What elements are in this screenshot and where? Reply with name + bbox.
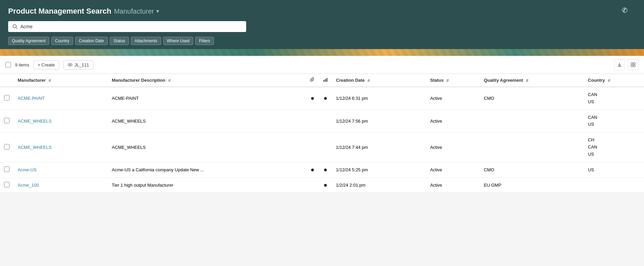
bookmark-icon[interactable]: ✆ (622, 6, 628, 14)
download-button[interactable] (614, 59, 625, 70)
search-value[interactable]: Acme (20, 24, 33, 29)
search-bar: Acme (8, 21, 246, 32)
row-checkbox-3[interactable] (0, 162, 14, 178)
table-row: ACME-PAINTACME-PAINT1/12/24 6:31 pmActiv… (0, 87, 644, 110)
filter-chip-creation-date[interactable]: Creation Date (75, 37, 108, 45)
filter-chip-where-used[interactable]: Where Used (163, 37, 193, 45)
country-cell-4 (584, 178, 644, 193)
svg-rect-6 (631, 65, 633, 67)
quality-cell-0: CMO (480, 87, 584, 110)
col-header-attach2 (319, 74, 332, 87)
dot-icon (324, 169, 327, 171)
dot-icon (324, 97, 327, 100)
status-cell-3: Active (426, 162, 480, 178)
sort-icon-status: ⇵ (446, 79, 449, 82)
country-cell-0: CANUS (584, 87, 644, 110)
filter-chip-quality-agreement[interactable]: Quality Agreement (8, 37, 49, 45)
svg-rect-5 (633, 63, 635, 64)
select-all-checkbox[interactable] (5, 62, 11, 67)
svg-rect-4 (631, 63, 633, 64)
table-row: ACME_WHEELSACME_WHEELS1/12/24 7:44 pmAct… (0, 132, 644, 162)
attach1-cell-0 (306, 87, 319, 110)
manufacturer-cell-1: ACME_WHEELS (14, 110, 108, 132)
create-button[interactable]: + Create (33, 60, 59, 69)
row-checkbox-0[interactable] (0, 87, 14, 110)
col-header-creation-date[interactable]: Creation Date ⇵ (332, 74, 426, 87)
col-header-status[interactable]: Status ⇵ (426, 74, 480, 87)
attach2-cell-0 (319, 87, 332, 110)
row-checkbox-1[interactable] (0, 110, 14, 132)
quality-cell-4: EU GMP (480, 178, 584, 193)
date-cell-3: 1/12/24 5:25 pm (332, 162, 426, 178)
search-icon (12, 24, 18, 29)
country-cell-2: CHCANUS (584, 132, 644, 162)
filter-chip-attachments[interactable]: Attachments (131, 37, 161, 45)
manufacturer-link-3[interactable]: Acme-US (18, 167, 37, 172)
svg-line-1 (16, 28, 17, 29)
manufacturer-link-4[interactable]: Acme_100 (18, 183, 39, 188)
download-icon (617, 62, 622, 67)
view-label: JL_111 (74, 62, 89, 67)
status-cell-1: Active (426, 110, 480, 132)
sort-icon-date: ⇵ (367, 79, 370, 82)
svg-rect-9 (325, 79, 326, 82)
col-header-country[interactable]: Country ⇵ (584, 74, 644, 87)
decorative-banner (0, 49, 644, 56)
toolbar: 9 items + Create JL_111 (0, 56, 644, 74)
filter-bar: Quality AgreementCountryCreation DateSta… (8, 37, 636, 49)
country-cell-1: CANUS (584, 110, 644, 132)
sort-icon-quality: ⇵ (526, 79, 528, 82)
filter-chip-filters[interactable]: Filters (195, 37, 214, 45)
row-checkbox-4[interactable] (0, 178, 14, 193)
sort-icon-manufacturer: ⇵ (48, 79, 51, 82)
description-cell-3: Acme-US a California company Update New … (108, 162, 306, 178)
header: Product Management Search Manufacturer ▼… (0, 0, 644, 49)
chevron-down-icon: ▼ (155, 9, 160, 14)
attach1-cell-3 (306, 162, 319, 178)
manufacturer-cell-2: ACME_WHEELS (14, 132, 108, 162)
manufacturer-cell-4: Acme_100 (14, 178, 108, 193)
grid-icon (631, 62, 635, 67)
attach2-cell-4 (319, 178, 332, 193)
toolbar-actions (614, 59, 639, 70)
quality-cell-3: CMO (480, 162, 584, 178)
paperclip-icon (310, 77, 315, 82)
manufacturer-link-2[interactable]: ACME_WHEELS (18, 145, 52, 150)
results-table: Manufacturer ⇵ Manufacturer Description … (0, 74, 644, 193)
description-cell-1: ACME_WHEELS (108, 110, 306, 132)
dot-icon (324, 184, 327, 187)
col-header-quality-agreement[interactable]: Quality Agreement ⇵ (480, 74, 584, 87)
manufacturer-cell-3: Acme-US (14, 162, 108, 178)
attach2-cell-3 (319, 162, 332, 178)
grid-view-button[interactable] (628, 59, 639, 70)
col-header-attach1 (306, 74, 319, 87)
country-value-2: CHCANUS (588, 137, 640, 158)
view-button[interactable]: JL_111 (63, 60, 94, 69)
col-header-checkbox (0, 74, 14, 87)
sort-icon-country: ⇵ (608, 79, 610, 82)
quality-cell-1 (480, 110, 584, 132)
description-cell-4: Tier 1 high output Manufacturer (108, 178, 306, 193)
row-checkbox-2[interactable] (0, 132, 14, 162)
svg-rect-10 (326, 78, 327, 82)
svg-rect-8 (323, 80, 324, 82)
attach2-cell-2 (319, 132, 332, 162)
eye-icon (68, 62, 72, 67)
page-title-main: Product Management Search (8, 7, 111, 16)
manufacturer-link-0[interactable]: ACME-PAINT (18, 96, 45, 101)
manufacturer-link-1[interactable]: ACME_WHEELS (18, 119, 52, 124)
col-header-manufacturer[interactable]: Manufacturer ⇵ (14, 74, 108, 87)
attach1-cell-2 (306, 132, 319, 162)
table-row: ACME_WHEELSACME_WHEELS1/12/24 7:56 pmAct… (0, 110, 644, 132)
dot-icon (311, 169, 314, 171)
svg-point-3 (69, 64, 71, 65)
filter-chip-country[interactable]: Country (51, 37, 73, 45)
entity-type-dropdown[interactable]: Manufacturer ▼ (114, 7, 160, 15)
col-header-description[interactable]: Manufacturer Description ⇵ (108, 74, 306, 87)
page-title: Product Management Search Manufacturer ▼ (8, 7, 636, 16)
attach1-cell-4 (306, 178, 319, 193)
country-value-3: US (588, 167, 640, 174)
filter-chip-status[interactable]: Status (110, 37, 129, 45)
date-cell-2: 1/12/24 7:44 pm (332, 132, 426, 162)
status-cell-4: Active (426, 178, 480, 193)
